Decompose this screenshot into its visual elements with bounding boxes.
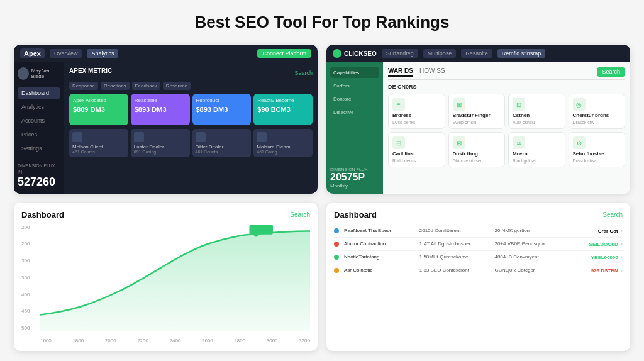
- apex-sidebar: May Ver Blade Dashboard Analytics Accoun…: [14, 62, 64, 194]
- apex-metric-value-0: $809 DM3: [73, 106, 125, 113]
- apex-stat-tab-reactions[interactable]: Reactions: [101, 82, 130, 90]
- clickseo-logo: CLICKSEO: [333, 49, 377, 58]
- clickseo-main-tab-war[interactable]: WAR DS: [388, 67, 413, 77]
- apex-nav-dashboard[interactable]: Dashboard: [18, 87, 60, 99]
- chart-x-2000: 2000: [105, 338, 116, 343]
- apex-bottom-info: DIMENSION FLUX IN: [18, 163, 60, 175]
- table-col1-2: NaotleTartatang: [344, 254, 414, 260]
- clickseo-icon-4: ⊟: [392, 136, 405, 149]
- table-row-2: NaotleTartatang 1.58MUt Quresckome 4804 …: [334, 251, 623, 264]
- chart-svg: [40, 225, 310, 331]
- clickseo-icon-card-0[interactable]: ≡ Brdress Dvcd denks: [388, 94, 445, 129]
- chart-y-350: 350: [21, 275, 40, 280]
- clickseo-icon-sub-7: Drasck ctwat: [573, 158, 598, 163]
- clickseo-icon-label-5: Dostr thng: [453, 151, 478, 157]
- clickseo-icon-sub-4: Rurld dencs: [392, 158, 416, 163]
- chart-y-500: 500: [21, 325, 40, 331]
- clickseo-main-tab-how[interactable]: HOW SS: [419, 67, 445, 77]
- apex-topbar: Apex Overview Analytics Connect Platform: [14, 45, 318, 62]
- apex-stat-tab-feedback[interactable]: Feedback: [132, 82, 160, 90]
- apex-stat-tabs: Response Reactions Feedback Resource: [69, 82, 313, 90]
- clickseo-icon-label-1: Bradstur Finger: [453, 113, 491, 118]
- apex-metric-card-3: Reactiv Become $90 BCM3: [253, 94, 313, 125]
- chart-x-2200: 2200: [137, 338, 148, 343]
- clickseo-sidebar: Capabilities Surfers Dontore Disactive D…: [326, 62, 383, 194]
- apex-nav-prices[interactable]: Prices: [18, 129, 60, 140]
- apex-nav-accounts[interactable]: Accounts: [18, 115, 60, 126]
- clickseo-icon-label-7: Sehn fhostse: [573, 151, 604, 157]
- clickseo-bottom-label: Monthly: [330, 183, 379, 189]
- chart-y-450: 450: [21, 308, 40, 314]
- table-col3-1: 20+4 VB0R Pennsquart: [494, 241, 565, 247]
- apex-metric-label-3: Reactiv Become: [257, 97, 309, 103]
- clickseo-sidebar-capabilities[interactable]: Capabilities: [330, 67, 379, 78]
- apex-user-row: May Ver Blade: [18, 67, 60, 80]
- apex-metric-card-1: Reactable $893 DM3: [131, 94, 190, 125]
- apex-sec-icon-3: [257, 132, 267, 142]
- clickseo-icon-3: ◎: [573, 98, 586, 111]
- clickseo-icon-sub-1: Swep crnski: [453, 120, 477, 125]
- apex-sec-card-1: Luster Dealer 691 Casing: [131, 129, 190, 157]
- apex-avatar: [18, 67, 29, 80]
- clickseo-sidebar-disactive[interactable]: Disactive: [330, 107, 379, 118]
- table-col2-0: 2610d Confitterent: [419, 228, 490, 233]
- apex-tab-analytics[interactable]: Analytics: [87, 49, 118, 58]
- clickseo-icon-label-4: Cadl linst: [392, 151, 415, 157]
- clickseo-icon-card-7[interactable]: ⊙ Sehn fhostse Drasck ctwat: [569, 132, 626, 167]
- apex-user-name: May Ver Blade: [31, 68, 60, 79]
- clickseo-icon-card-6[interactable]: ≋ Mcern Riacl gnkset: [508, 132, 565, 167]
- apex-connect-button[interactable]: Connect Platform: [257, 49, 311, 58]
- screenshots-grid: Apex Overview Analytics Connect Platform…: [14, 45, 630, 351]
- table-col2-3: 1.33 SEO Confexciont: [419, 267, 490, 273]
- clickseo-icon-card-5[interactable]: ⊠ Dostr thng Glandre obrser: [448, 132, 506, 167]
- apex-tab-overview[interactable]: Overview: [50, 49, 82, 58]
- clickseo-sidebar-surfers[interactable]: Surfers: [330, 81, 379, 91]
- clickseo-section-label: DE CN0RS: [388, 84, 625, 90]
- table-col3-3: GBNQ0R Cotcgor: [494, 267, 565, 273]
- chart-x-1800: 1800: [72, 338, 84, 343]
- clickseo-icon-card-3[interactable]: ◎ Cherstur brdns Drasck ctw: [569, 94, 626, 129]
- clickseo-icon-sub-0: Dvcd denks: [392, 120, 416, 125]
- table-search-label[interactable]: Search: [602, 211, 623, 218]
- clickseo-icon-6: ≋: [513, 136, 525, 149]
- clickseo-search-button[interactable]: Search: [597, 67, 625, 77]
- apex-sec-sub-0: 461 Counts: [72, 150, 125, 154]
- apex-metric-value-2: $893 DM3: [196, 106, 248, 113]
- clickseo-tab-3[interactable]: Remfid stinsrap: [497, 49, 546, 58]
- clickseo-icon-card-1[interactable]: ⊞ Bradstur Finger Swep crnski: [448, 94, 506, 129]
- clickseo-big-number: 20575P: [330, 172, 379, 183]
- chart-search-label[interactable]: Search: [290, 211, 310, 218]
- chart-y-400: 400: [21, 292, 40, 297]
- table-row-0: RaaNoent Tha Bueon 2610d Confitterent 20…: [334, 225, 623, 238]
- chart-y-250: 250: [21, 241, 40, 247]
- chart-area: 500 450 400 350 300 250 200: [21, 225, 310, 344]
- apex-metric-card-2: Reproduct $893 DM3: [192, 94, 252, 125]
- table-title: Dashboard: [334, 210, 377, 219]
- apex-stat-tab-response[interactable]: Response: [69, 82, 98, 90]
- apex-stat-tab-resource[interactable]: Resource: [163, 82, 191, 90]
- apex-nav-analytics[interactable]: Analytics: [18, 101, 60, 113]
- clickseo-tab-2[interactable]: Resaolte: [461, 49, 492, 58]
- clickseo-icon-card-4[interactable]: ⊟ Cadl linst Rurld dencs: [388, 132, 445, 167]
- clickseo-body: Capabilities Surfers Dontore Disactive D…: [326, 62, 630, 194]
- apex-search-label[interactable]: Search: [294, 70, 313, 76]
- table-col1-1: Abctor Contraction: [344, 241, 414, 247]
- apex-nav-settings[interactable]: Settings: [18, 143, 60, 154]
- clickseo-icon-card-2[interactable]: ⊡ Csthen Auct cknski: [508, 94, 565, 129]
- apex-sec-icon-0: [72, 132, 82, 142]
- apex-sec-icon-1: [134, 132, 144, 142]
- clickseo-sidebar-dontore[interactable]: Dontore: [330, 94, 379, 104]
- chart-title: Dashboard: [21, 210, 64, 219]
- table-col2-2: 1.58MUt Quresckome: [419, 254, 490, 260]
- chart-x-labels: 1600 1800 2000 2200 2400 2600 2800 3000 …: [40, 338, 310, 343]
- table-row-1: Abctor Contraction 1.AT Afl Dgbsto bnsoe…: [334, 238, 623, 251]
- apex-secondary-cards: Molson Client 461 Counts Luster Dealer 6…: [69, 129, 313, 157]
- clickseo-icon-label-0: Brdress: [392, 113, 411, 118]
- svg-rect-1: [249, 225, 273, 235]
- clickseo-tab-0[interactable]: Surfandteg: [382, 49, 418, 58]
- chart-x-2600: 2600: [202, 338, 213, 343]
- clickseo-tab-1[interactable]: Multipose: [423, 49, 457, 58]
- table-col4-3: 926 DSTBN ›: [570, 267, 623, 274]
- apex-sec-sub-2: 461 Counts: [196, 150, 248, 154]
- clickseo-icon-label-3: Cherstur brdns: [573, 113, 609, 118]
